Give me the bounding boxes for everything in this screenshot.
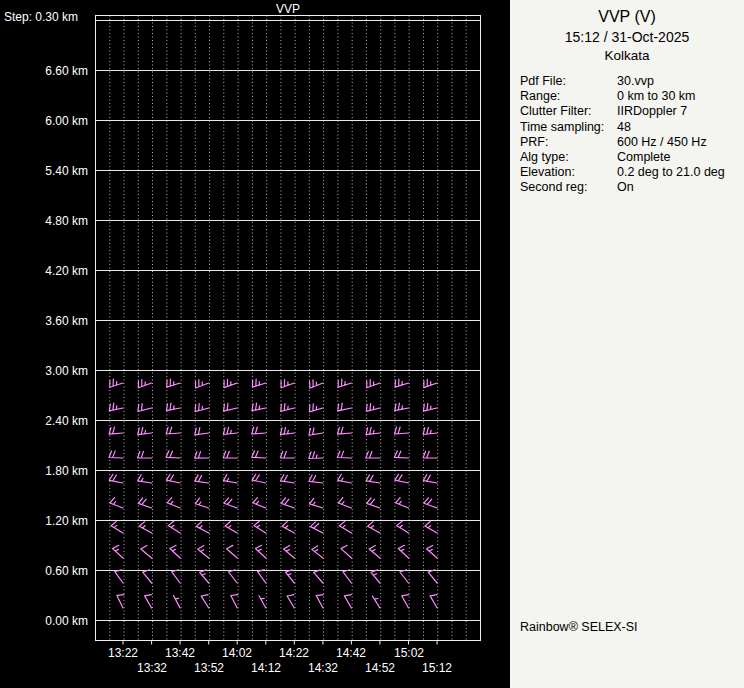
y-axis-label: 5.40 km bbox=[0, 163, 88, 179]
wind-barb bbox=[115, 570, 123, 583]
wind-barb bbox=[138, 427, 152, 434]
wind-barb bbox=[316, 595, 323, 608]
step-size-label: Step: 0.30 km bbox=[4, 10, 78, 24]
x-axis-label: 13:52 bbox=[186, 661, 232, 675]
wind-barb bbox=[224, 498, 237, 508]
info-field-row: Clutter Filter:IIRDoppler 7 bbox=[520, 104, 744, 119]
wind-barb bbox=[338, 379, 351, 387]
wind-barb bbox=[337, 451, 351, 458]
wind-barb bbox=[138, 380, 151, 388]
wind-barb bbox=[310, 522, 323, 533]
wind-barb bbox=[424, 379, 437, 387]
wind-barb bbox=[198, 546, 209, 558]
wind-barb bbox=[371, 570, 380, 583]
wind-barb bbox=[229, 570, 238, 583]
wind-barb bbox=[195, 475, 209, 483]
wind-barb bbox=[423, 403, 437, 411]
x-axis-label: 14:12 bbox=[243, 661, 289, 675]
x-axis-label: 14:32 bbox=[300, 661, 346, 675]
wind-barb bbox=[256, 545, 266, 558]
x-axis-label: 13:42 bbox=[157, 646, 203, 660]
wind-barb bbox=[141, 546, 152, 559]
wind-barb bbox=[145, 595, 152, 608]
wind-barb bbox=[196, 380, 209, 388]
field-label: Alg type: bbox=[520, 150, 617, 165]
wind-barb bbox=[166, 403, 180, 411]
wind-barb bbox=[195, 404, 209, 412]
wind-barb bbox=[138, 475, 152, 483]
product-title: VVP (V) bbox=[510, 8, 744, 26]
horizontal-gridlines bbox=[96, 21, 481, 621]
field-label: Elevation: bbox=[520, 165, 617, 180]
field-value: Complete bbox=[617, 150, 744, 165]
x-axis-label: 15:12 bbox=[414, 661, 460, 675]
wind-barb bbox=[167, 498, 180, 508]
wind-barb bbox=[252, 427, 266, 434]
wind-barb bbox=[425, 522, 437, 534]
y-axis-label: 0.00 km bbox=[0, 613, 88, 629]
wind-barb bbox=[400, 570, 409, 583]
wind-barb bbox=[138, 404, 152, 412]
field-value: On bbox=[617, 180, 744, 195]
wind-barb bbox=[281, 475, 295, 483]
wind-barb bbox=[170, 545, 180, 558]
x-axis-label: 14:22 bbox=[271, 646, 317, 660]
wind-barb bbox=[227, 545, 238, 558]
wind-barb bbox=[138, 498, 151, 508]
field-value: 0.2 deg to 21.0 deg bbox=[617, 165, 744, 180]
wind-barb bbox=[280, 427, 294, 434]
wind-barb bbox=[258, 570, 266, 583]
wind-barb bbox=[398, 545, 408, 558]
wind-barb bbox=[231, 595, 238, 608]
product-datetime: 15:12 / 31-Oct-2025 bbox=[510, 29, 744, 45]
wind-barb bbox=[259, 596, 266, 608]
x-axis-label: 13:22 bbox=[100, 646, 146, 660]
x-axis-label: 15:02 bbox=[386, 646, 432, 660]
wind-barb bbox=[338, 427, 352, 434]
wind-barb bbox=[168, 521, 180, 533]
wind-barb bbox=[366, 404, 380, 412]
wind-barb bbox=[366, 427, 380, 434]
wind-barb bbox=[166, 474, 180, 483]
wind-barb bbox=[225, 522, 237, 534]
y-axis-label: 0.60 km bbox=[0, 563, 88, 579]
y-axis-label: 2.40 km bbox=[0, 413, 88, 429]
field-label: PRF: bbox=[520, 135, 617, 150]
wind-barb bbox=[281, 498, 294, 508]
field-value: 48 bbox=[617, 120, 744, 135]
info-field-row: PRF:600 Hz / 450 Hz bbox=[520, 135, 744, 150]
wind-barb bbox=[373, 596, 380, 608]
wind-barb bbox=[224, 379, 237, 387]
x-axis-ticks bbox=[123, 641, 437, 645]
wind-barb bbox=[201, 595, 209, 608]
software-branding: Rainbow® SELEX-SI bbox=[520, 620, 638, 634]
wind-barb bbox=[309, 404, 323, 412]
wind-barb bbox=[195, 428, 209, 435]
wind-barb bbox=[424, 498, 437, 508]
wind-barb bbox=[252, 451, 266, 458]
wind-barb bbox=[341, 545, 351, 558]
wind-barb bbox=[109, 451, 123, 458]
wind-barb bbox=[369, 546, 380, 559]
wind-barb bbox=[314, 570, 323, 583]
x-axis-label: 14:02 bbox=[214, 646, 260, 660]
y-axis-label: 3.60 km bbox=[0, 313, 88, 329]
plot-canvas bbox=[0, 0, 510, 688]
info-field-row: Elevation:0.2 deg to 21.0 deg bbox=[520, 165, 744, 180]
wind-barb bbox=[367, 498, 380, 508]
wind-barb bbox=[312, 546, 323, 558]
y-axis-label: 6.00 km bbox=[0, 113, 88, 129]
field-value: 0 km to 30 km bbox=[617, 89, 744, 104]
wind-barb bbox=[338, 403, 352, 411]
wind-barb bbox=[367, 380, 380, 388]
wind-barb bbox=[284, 546, 295, 559]
wind-barb bbox=[344, 595, 351, 608]
wind-barb bbox=[395, 474, 409, 483]
wind-barb bbox=[139, 522, 151, 533]
wind-barb bbox=[253, 498, 266, 508]
wind-barb bbox=[281, 404, 295, 412]
y-axis-label: 4.20 km bbox=[0, 263, 88, 279]
field-label: Second reg: bbox=[520, 180, 617, 195]
wind-barb bbox=[195, 452, 209, 459]
info-field-row: Alg type:Complete bbox=[520, 150, 744, 165]
